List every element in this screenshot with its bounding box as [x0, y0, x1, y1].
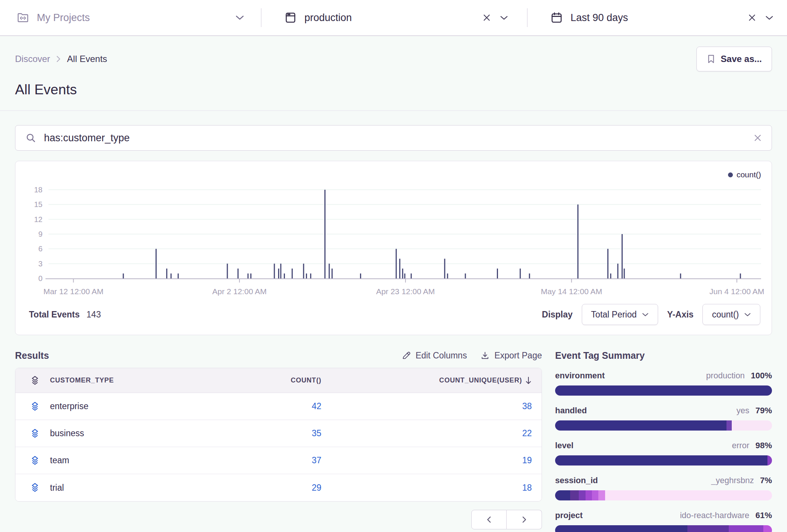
tag-bar-segment [763, 525, 772, 532]
table-row[interactable]: trial 29 18 [15, 474, 542, 501]
chart-bar [396, 249, 397, 278]
chart-bar [227, 264, 228, 278]
results-heading: Results [15, 350, 49, 361]
display-select[interactable]: Total Period [582, 304, 658, 325]
chevron-down-icon[interactable] [235, 15, 244, 20]
count-unique-value-link[interactable]: 19 [522, 455, 532, 465]
pagination-next-button[interactable] [507, 510, 542, 529]
clear-environment-icon[interactable] [483, 14, 491, 22]
chart-bar [250, 274, 251, 278]
results-table: CUSTOMER_TYPE COUNT() COUNT_UNIQUE(USER) [15, 368, 542, 502]
tag-top-value: yes [737, 406, 749, 415]
chart-footer: Total Events 143 Display Total Period Y-… [15, 299, 772, 331]
chart-bar [444, 259, 445, 278]
legend-label: count() [737, 170, 761, 179]
tag-distribution-bar[interactable] [555, 525, 772, 532]
environment-filter-label: production [304, 12, 352, 24]
tag-summary-row[interactable]: handled yes 79% [555, 406, 772, 431]
chart-bar [303, 264, 304, 278]
chart-bar [247, 274, 248, 278]
edit-columns-button[interactable]: Edit Columns [402, 351, 467, 361]
chart-bar [329, 264, 330, 278]
breadcrumb-current: All Events [67, 54, 107, 64]
total-events-label: Total Events [29, 310, 80, 320]
tag-summary-row[interactable]: environment production 100% [555, 371, 772, 396]
events-bar-chart[interactable]: 0369121518Mar 12 12:00 AMApr 2 12:00 AMA… [15, 167, 772, 299]
clear-search-icon[interactable] [754, 134, 762, 142]
count-unique-value-link[interactable]: 38 [522, 401, 532, 411]
chart-bar [447, 274, 448, 278]
search-bar[interactable]: has:customer_type [15, 125, 772, 151]
stack-icon [30, 428, 40, 439]
table-row[interactable]: enterprise 42 38 [15, 393, 542, 420]
chevron-down-icon[interactable] [765, 15, 773, 20]
breadcrumb-discover-link[interactable]: Discover [15, 54, 50, 64]
chart-bar [331, 269, 333, 278]
chart-bar [402, 269, 403, 278]
count-unique-value-link[interactable]: 22 [522, 428, 532, 438]
count-unique-value-link[interactable]: 18 [522, 483, 532, 493]
table-row[interactable]: business 35 22 [15, 420, 542, 447]
sort-desc-arrow-icon[interactable] [525, 376, 532, 385]
download-icon [480, 351, 490, 360]
count-value-link[interactable]: 42 [312, 401, 321, 411]
tag-name: level [555, 441, 574, 450]
tag-bar-segment [555, 420, 726, 431]
bookmark-icon [707, 54, 716, 64]
pagination [15, 510, 542, 530]
tag-bar-segment [555, 455, 767, 466]
customer-type-value: team [50, 455, 69, 466]
chart-bar [238, 269, 239, 278]
stack-icon [30, 375, 40, 386]
count-value-link[interactable]: 35 [312, 428, 321, 438]
environment-filter[interactable]: production [262, 0, 527, 35]
export-page-button[interactable]: Export Page [480, 351, 542, 361]
tag-summary-row[interactable]: level error 98% [555, 441, 772, 466]
svg-text:Jun 4 12:00 AM: Jun 4 12:00 AM [710, 287, 764, 296]
search-input[interactable]: has:customer_type [44, 132, 746, 144]
chart-legend[interactable]: count() [728, 170, 761, 179]
table-row[interactable]: team 37 19 [15, 447, 542, 474]
chart-bar [622, 234, 623, 278]
tag-distribution-bar[interactable] [555, 455, 772, 466]
svg-text:Mar 12 12:00 AM: Mar 12 12:00 AM [43, 287, 103, 296]
chevron-down-icon [642, 313, 649, 317]
tag-bar-segment [555, 525, 687, 532]
tag-summary-row[interactable]: session_id _yeghrsbnz 7% [555, 476, 772, 500]
search-icon [25, 132, 36, 144]
tag-distribution-bar[interactable] [555, 490, 772, 500]
tag-bar-segment [579, 490, 585, 500]
customer-type-value: business [50, 428, 84, 438]
save-as-button[interactable]: Save as... [696, 47, 772, 71]
calendar-icon [550, 11, 563, 24]
project-filter[interactable]: My Projects [0, 0, 261, 35]
tag-bar-segment [605, 490, 772, 500]
date-range-filter[interactable]: Last 90 days [528, 0, 787, 35]
stack-icon [30, 455, 40, 466]
chart-bar [404, 274, 406, 278]
tag-summary-row[interactable]: project ido-react-hardware 61% [555, 511, 772, 532]
chart-bar [529, 274, 530, 278]
chart-bar [156, 249, 157, 278]
tag-distribution-bar[interactable] [555, 420, 772, 431]
events-chart-panel: count() 0369121518Mar 12 12:00 AMApr 2 1… [15, 161, 772, 335]
chevron-right-icon [522, 516, 527, 523]
column-header-count[interactable]: COUNT() [291, 376, 321, 384]
count-value-link[interactable]: 37 [312, 455, 321, 465]
tag-bar-segment [555, 385, 772, 396]
tag-bar-segment [555, 490, 570, 500]
tag-distribution-bar[interactable] [555, 385, 772, 396]
project-filter-label: My Projects [37, 12, 90, 24]
chevron-down-icon[interactable] [500, 15, 508, 20]
count-value-link[interactable]: 29 [312, 483, 321, 493]
column-header-count-unique[interactable]: COUNT_UNIQUE(USER) [439, 376, 522, 384]
chart-bar [324, 190, 325, 278]
y-axis-select[interactable]: count() [702, 304, 760, 325]
event-tag-summary: Event Tag Summary environment production… [555, 350, 772, 532]
column-header-customer-type[interactable]: CUSTOMER_TYPE [50, 376, 114, 384]
tag-percent: 7% [758, 476, 772, 485]
chart-bar [306, 274, 307, 278]
pagination-prev-button[interactable] [471, 510, 507, 529]
chart-bar [360, 274, 361, 278]
clear-date-range-icon[interactable] [748, 14, 756, 22]
